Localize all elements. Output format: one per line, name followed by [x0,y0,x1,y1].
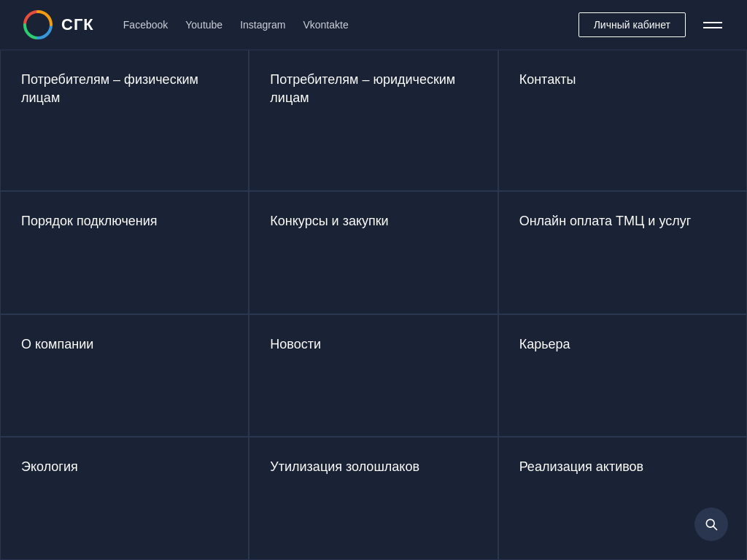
nav-facebook[interactable]: Facebook [123,19,168,31]
cell-title-tenders: Конкурсы и закупки [270,212,388,230]
main-grid: Потребителям – физическим лицам Потребит… [0,50,747,560]
logo-text: СГК [61,15,94,34]
grid-cell-tenders[interactable]: Конкурсы и закупки [249,191,498,314]
grid-cell-contacts[interactable]: Контакты [498,50,747,191]
header-right: Личный кабинет [578,12,725,37]
cell-title-ecology: Экология [21,458,78,476]
search-icon [704,517,719,532]
grid-cell-connection-order[interactable]: Порядок подключения [0,191,249,314]
hamburger-button[interactable] [700,19,725,31]
hamburger-line-1 [703,22,722,23]
cell-title-consumers-individuals: Потребителям – физическим лицам [21,71,228,107]
nav-links: Facebook Youtube Instagram Vkontakte [123,19,578,31]
cell-title-online-payment: Онлайн оплата ТМЦ и услуг [519,212,692,230]
grid-cell-ash-recycling[interactable]: Утилизация золошлаков [249,437,498,560]
cell-title-about: О компании [21,335,93,354]
logo-icon [22,9,54,41]
hamburger-line-2 [703,27,722,28]
grid-cell-consumers-legal[interactable]: Потребителям – юридическим лицам [249,50,498,191]
nav-vkontakte[interactable]: Vkontakte [303,19,348,31]
cell-title-asset-sales: Реализация активов [519,458,644,476]
cabinet-button[interactable]: Личный кабинет [578,12,686,37]
svg-line-2 [713,526,717,530]
nav-instagram[interactable]: Instagram [240,19,285,31]
cell-title-contacts: Контакты [519,71,576,89]
grid-cell-asset-sales[interactable]: Реализация активов [498,437,747,560]
logo[interactable]: СГК [22,9,94,41]
nav-youtube[interactable]: Youtube [185,19,222,31]
cell-title-connection-order: Порядок подключения [21,212,158,230]
grid-cell-consumers-individuals[interactable]: Потребителям – физическим лицам [0,50,249,191]
cell-title-news: Новости [270,335,321,354]
grid-cell-online-payment[interactable]: Онлайн оплата ТМЦ и услуг [498,191,747,314]
grid-cell-news[interactable]: Новости [249,314,498,438]
cell-title-career: Карьера [519,335,570,354]
grid-cell-ecology[interactable]: Экология [0,437,249,560]
header: СГК Facebook Youtube Instagram Vkontakte… [0,0,747,50]
cell-title-consumers-legal: Потребителям – юридическим лицам [270,71,476,107]
grid-cell-about[interactable]: О компании [0,314,249,438]
cell-title-ash-recycling: Утилизация золошлаков [270,458,419,476]
search-fab-button[interactable] [694,508,728,541]
grid-cell-career[interactable]: Карьера [498,314,747,438]
